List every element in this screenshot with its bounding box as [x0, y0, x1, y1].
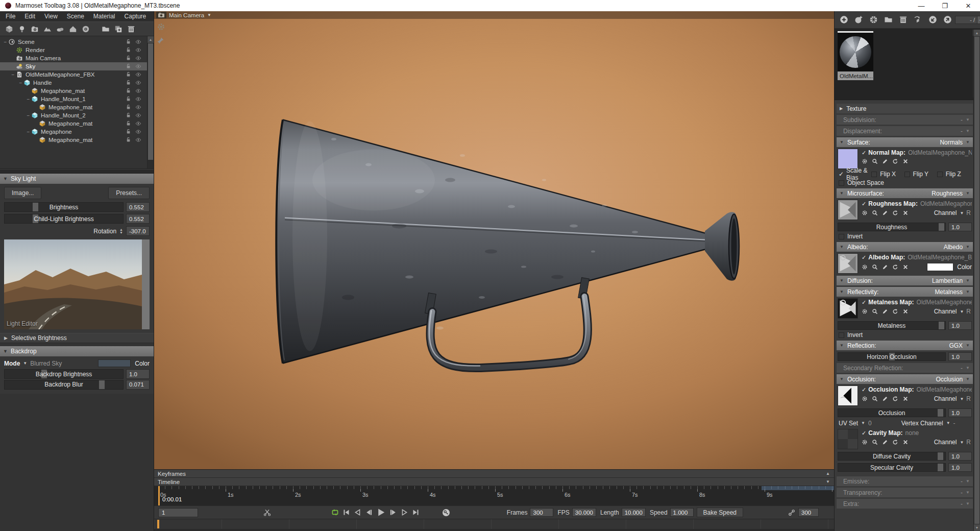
- skip-end-icon[interactable]: [412, 509, 420, 516]
- scrollbar-thumb[interactable]: [148, 43, 153, 160]
- map-enabled-check[interactable]: ✓: [862, 254, 866, 261]
- section-occlusion[interactable]: ▼Occlusion:Occlusion▼: [837, 374, 973, 384]
- slider-value[interactable]: 1.0: [948, 223, 972, 231]
- slider-value[interactable]: 1.0: [948, 452, 972, 461]
- section-transparency[interactable]: Transparency:-▼: [837, 488, 973, 497]
- close-icon[interactable]: [902, 264, 909, 270]
- section-albedo[interactable]: ▼Albedo:Albedo▼: [837, 242, 973, 252]
- lock-open-icon[interactable]: [126, 96, 131, 102]
- pencil-icon[interactable]: [882, 264, 888, 270]
- timeline-bar[interactable]: Timeline ▼: [154, 478, 834, 486]
- arrow-ne-icon[interactable]: [940, 14, 955, 26]
- section-subdivision[interactable]: Subdivision:-▼: [837, 115, 973, 125]
- rotation-stepper[interactable]: ▲▼: [119, 228, 123, 234]
- tree-scrollbar[interactable]: ▲: [147, 36, 154, 168]
- reverse-play-icon[interactable]: [354, 509, 361, 516]
- viewport-pin-icon[interactable]: [157, 37, 164, 44]
- environment-preview[interactable]: Light Editor: [4, 239, 150, 329]
- slider-occlusion[interactable]: Occlusion: [838, 408, 946, 417]
- material-thumbnail[interactable]: OldMetalM...: [838, 31, 873, 80]
- plus-circle-icon[interactable]: [837, 14, 851, 26]
- tree-row-handle-mount-1[interactable]: −Handle_Mount_1: [0, 95, 154, 103]
- lock-open-icon[interactable]: [126, 39, 131, 44]
- section-reflectivity[interactable]: ▼Reflectivity:Metalness▼: [837, 287, 973, 297]
- lock-open-icon[interactable]: [126, 63, 131, 69]
- time-ruler[interactable]: 0s1s2s3s4s5s6s7s8s9s 0:00.01: [154, 486, 834, 505]
- slider-handle[interactable]: [99, 380, 105, 389]
- backdrop-brightness-value[interactable]: 1.0: [126, 369, 150, 379]
- backdrop-blur-slider[interactable]: Backdrop Blur: [4, 380, 124, 390]
- active-camera-label[interactable]: Main Camera: [169, 12, 204, 18]
- slider-handle[interactable]: [938, 464, 943, 471]
- backdrop-header[interactable]: ▼ Backdrop: [0, 346, 154, 356]
- section-secondary-reflection[interactable]: Secondary Reflection:-▼: [837, 363, 973, 373]
- eye-icon[interactable]: [135, 104, 141, 110]
- section-mode-value[interactable]: -: [961, 478, 963, 485]
- material-scrollbar[interactable]: ▲ ▼: [973, 30, 980, 531]
- checkbox-flip-y[interactable]: Flip Y: [904, 171, 937, 178]
- map-enabled-check[interactable]: ✓: [862, 299, 866, 306]
- lock-open-icon[interactable]: [126, 47, 131, 53]
- folder-icon[interactable]: [99, 23, 112, 35]
- section-mode-value[interactable]: Normals: [940, 139, 963, 146]
- restore-button[interactable]: ❐: [933, 0, 957, 11]
- texture-thumbnail[interactable]: [838, 429, 858, 449]
- channel-dropdown[interactable]: Channel ▼R: [934, 439, 972, 446]
- menu-view[interactable]: View: [40, 12, 62, 21]
- step-back-icon[interactable]: [365, 509, 373, 516]
- refresh-icon[interactable]: [892, 439, 898, 445]
- sky-light-header[interactable]: ▼ Sky Light: [0, 174, 154, 184]
- uv-set-value[interactable]: 0: [868, 420, 872, 427]
- texture-thumbnail[interactable]: [838, 253, 858, 274]
- section-mode-value[interactable]: -: [961, 500, 963, 508]
- refresh-icon[interactable]: [892, 210, 898, 216]
- tree-row-handle-mount-2[interactable]: −Handle_Mount_2: [0, 111, 154, 119]
- tree-row-megaphone-mat[interactable]: Megaphone_mat: [0, 119, 154, 128]
- lock-open-icon[interactable]: [126, 112, 131, 118]
- trash-icon[interactable]: [896, 14, 911, 26]
- cloud-icon[interactable]: [54, 23, 66, 35]
- eye-icon[interactable]: [135, 137, 141, 143]
- slider-specular-cavity[interactable]: Specular Cavity: [838, 463, 946, 472]
- refresh-icon[interactable]: [892, 158, 898, 164]
- lock-open-icon[interactable]: [126, 137, 131, 142]
- eye-icon[interactable]: [135, 112, 141, 118]
- field-input-speed[interactable]: 1.000: [670, 508, 694, 517]
- minimize-button[interactable]: —: [910, 0, 933, 11]
- vertex-channel-value[interactable]: -: [953, 420, 955, 427]
- gear-icon[interactable]: [862, 308, 868, 315]
- scroll-up-icon[interactable]: ▲: [974, 30, 980, 36]
- image-button[interactable]: Image...: [4, 187, 41, 199]
- pencil-icon[interactable]: [882, 210, 888, 216]
- eye-icon[interactable]: [135, 39, 141, 45]
- eye-icon[interactable]: [135, 80, 141, 86]
- lock-open-icon[interactable]: [126, 55, 131, 61]
- key-icon[interactable]: [442, 509, 450, 517]
- mode-value[interactable]: Blurred Sky: [30, 360, 62, 367]
- section-mode-value[interactable]: Occlusion: [936, 376, 963, 383]
- section-texture[interactable]: ▶Texture: [837, 104, 973, 113]
- section-surface[interactable]: ▼Surface:Normals▼: [837, 137, 973, 147]
- lock-open-icon[interactable]: [126, 104, 131, 110]
- field-input-fps[interactable]: 30.000: [572, 508, 596, 517]
- eye-icon[interactable]: [135, 55, 141, 61]
- map-enabled-check[interactable]: ✓: [862, 430, 866, 437]
- tree-expander[interactable]: −: [10, 72, 16, 78]
- trash-icon[interactable]: [125, 23, 137, 35]
- pencil-icon[interactable]: [882, 308, 888, 315]
- 3d-viewport[interactable]: Main Camera ▼: [154, 11, 834, 469]
- section-extra[interactable]: Extra:-▼: [837, 499, 973, 509]
- sphere-grid-icon[interactable]: [866, 14, 881, 26]
- brightness-slider[interactable]: Brightness: [4, 202, 124, 212]
- tree-expander[interactable]: −: [18, 80, 23, 86]
- play-outline-icon[interactable]: [401, 509, 408, 516]
- section-mode-value[interactable]: Lambertian: [932, 277, 963, 284]
- section-emissive[interactable]: Emissive:-▼: [837, 476, 973, 486]
- slider-handle[interactable]: [33, 203, 38, 211]
- section-mode-value[interactable]: GGX: [949, 342, 963, 349]
- presets-button[interactable]: Presets...: [108, 187, 150, 199]
- map-enabled-check[interactable]: ✓: [862, 201, 866, 207]
- checkbox-object-space[interactable]: Object Space: [839, 179, 884, 186]
- cube-icon[interactable]: [3, 23, 15, 35]
- slider-value[interactable]: 1.0: [948, 352, 972, 361]
